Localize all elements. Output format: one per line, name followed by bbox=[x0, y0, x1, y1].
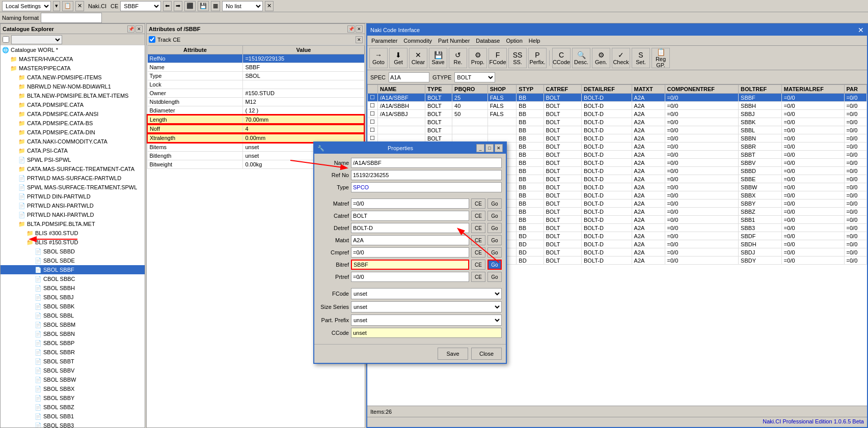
prop-go-catref[interactable]: Go bbox=[487, 211, 502, 221]
dialog-close-btn[interactable]: ✕ bbox=[495, 144, 503, 152]
tree-item-20[interactable]: 📁BLIS #300.STUD bbox=[1, 229, 145, 238]
tree-item-37[interactable]: 📄SBOL SBBX bbox=[1, 384, 145, 393]
tree-item-2[interactable]: 📁MASTER/PIPECATA bbox=[1, 64, 145, 73]
prop-ce-catref[interactable]: CE bbox=[471, 211, 485, 221]
naki-tool-check[interactable]: ✓Check bbox=[612, 48, 630, 68]
track-ce-close[interactable]: ✕ bbox=[356, 36, 363, 43]
naki-tool-prop[interactable]: ⚙Prop. bbox=[469, 48, 487, 68]
naki-row-1[interactable]: ☐/A1A/SBBHBOLT40FALSBBBOLTBOLT-DA2A=0/0S… bbox=[368, 102, 867, 110]
tree-item-5[interactable]: 📁BLTA.NEW-PDMSIPE.BLTA.MET-ITEMS bbox=[1, 91, 145, 100]
attr-row-3[interactable]: Lock bbox=[147, 80, 364, 89]
tree-item-0[interactable]: 🌐Catalogue WORL * bbox=[1, 45, 145, 54]
tree-item-7[interactable]: 📁CATA.PDMSIPE.CATA-ANSI bbox=[1, 109, 145, 119]
attributes-pin[interactable]: 📌 bbox=[347, 25, 355, 33]
attr-row-8[interactable]: Noff4 bbox=[147, 124, 364, 133]
tree-item-6[interactable]: 📁CATA.PDMSIPE.CATA bbox=[1, 100, 145, 109]
prop-input-refno[interactable] bbox=[351, 170, 502, 180]
naming-input[interactable] bbox=[41, 13, 102, 23]
naki-row-3[interactable]: ☐BOLTBBBOLTBOLT-DA2A=0/0SBBK=0/0=0/0 bbox=[368, 118, 867, 126]
prop-select-fcode[interactable]: unset bbox=[351, 288, 502, 299]
nav-copy1[interactable]: ⬛ bbox=[184, 1, 196, 11]
tree-item-11[interactable]: 📁CATA.PSI-CATA bbox=[1, 146, 145, 155]
catalogue-close[interactable]: ✕ bbox=[135, 25, 143, 33]
tree-item-39[interactable]: 📄SBOL SBBZ bbox=[1, 403, 145, 412]
naki-tool-reg gp[interactable]: 📋Reg GP. bbox=[652, 48, 670, 68]
prop-input-type[interactable] bbox=[351, 182, 502, 192]
prop-go-cmpref[interactable]: Go bbox=[487, 247, 502, 258]
tree-item-41[interactable]: 📄SBOL SBB3 bbox=[1, 421, 145, 427]
tree-item-13[interactable]: 📁CATA.MAS-SURFACE-TREATMENT-CATA bbox=[1, 164, 145, 174]
attr-row-1[interactable]: NameSBBF bbox=[147, 63, 364, 72]
filter-checkbox[interactable] bbox=[3, 36, 9, 43]
attributes-close[interactable]: ✕ bbox=[356, 25, 363, 33]
attr-row-6[interactable]: Bdiameter( 12 ) bbox=[147, 106, 364, 116]
naki-close[interactable]: ✕ bbox=[858, 26, 864, 34]
dialog-save-btn[interactable]: Save bbox=[438, 348, 468, 360]
nav-forward[interactable]: ➡ bbox=[174, 1, 182, 11]
filter-dropdown[interactable] bbox=[11, 35, 62, 44]
spec-input[interactable] bbox=[389, 72, 429, 82]
tree-item-30[interactable]: 📄SBOL SBBM bbox=[1, 320, 145, 329]
prop-select-sizeseries[interactable]: unset bbox=[351, 301, 502, 312]
tree-item-35[interactable]: 📄SBOL SBBV bbox=[1, 366, 145, 375]
prop-input-matref[interactable] bbox=[351, 198, 469, 209]
tree-item-22[interactable]: 📄SBOL SBBD bbox=[1, 247, 145, 256]
tree-item-29[interactable]: 📄SBOL SBBL bbox=[1, 311, 145, 320]
prop-input-matxt[interactable] bbox=[351, 235, 469, 245]
naki-row-4[interactable]: ☐BOLTBBBOLTBOLT-DA2A=0/0SBBL=0/0=0/0 bbox=[368, 126, 867, 134]
prop-input-catref[interactable] bbox=[351, 211, 469, 221]
tree-item-16[interactable]: 📄PRTWLD DIN-PARTWLD bbox=[1, 192, 145, 201]
dialog-maximize[interactable]: □ bbox=[485, 144, 494, 152]
menu-database[interactable]: Database bbox=[475, 38, 501, 44]
tree-item-14[interactable]: 📄PRTWLD MAS-SURFACE-PARTWLD bbox=[1, 174, 145, 183]
tree-item-32[interactable]: 📄SBOL SBBP bbox=[1, 338, 145, 348]
tree-item-4[interactable]: 📁NBRWLD NEW-NOM-BDIAWRL1 bbox=[1, 82, 145, 91]
nav-close[interactable]: ✕ bbox=[265, 1, 274, 11]
nav-grid[interactable]: ▦ bbox=[211, 1, 220, 11]
tree-item-33[interactable]: 📄SBOL SBBR bbox=[1, 348, 145, 357]
naki-tool-ss[interactable]: SSSS. bbox=[508, 48, 527, 68]
naki-tool-fcode[interactable]: FFCode bbox=[489, 48, 507, 68]
menu-option[interactable]: Option bbox=[505, 38, 523, 44]
attr-row-7[interactable]: Length70.00mm bbox=[147, 115, 364, 124]
settings-dropdown[interactable]: Local Settings bbox=[2, 1, 51, 11]
tree-item-12[interactable]: 📄SPWL PSI-SPWL bbox=[1, 155, 145, 164]
tree-container[interactable]: 🌐Catalogue WORL *📁MASTER/HVACCATA📁MASTER… bbox=[1, 45, 145, 427]
tree-item-17[interactable]: 📄PRTWLD ANSI-PARTWLD bbox=[1, 201, 145, 210]
nolist-dropdown[interactable]: No list bbox=[222, 1, 263, 11]
prop-ce-prtref[interactable]: CE bbox=[471, 272, 485, 282]
naki-row-2[interactable]: ☐/A1A/SBBJBOLT50FALSBBBOLTBOLT-DA2A=0/0S… bbox=[368, 110, 867, 118]
naki-tool-get[interactable]: ⬇Get bbox=[389, 48, 408, 68]
sbbf-dropdown[interactable]: SBBF bbox=[120, 1, 161, 11]
tree-item-27[interactable]: 📄SBOL SBBJ bbox=[1, 293, 145, 302]
prop-select-partprefix[interactable]: unset bbox=[351, 315, 502, 326]
tree-item-18[interactable]: 📄PRTWLD NAKI-PARTWLD bbox=[1, 210, 145, 219]
prop-go-detref[interactable]: Go bbox=[487, 223, 502, 233]
track-ce-checkbox[interactable] bbox=[149, 36, 155, 43]
tree-item-38[interactable]: 📄SBOL SBBY bbox=[1, 393, 145, 403]
tree-item-3[interactable]: 📁CATA.NEW-PDMSIPE-ITEMS bbox=[1, 73, 145, 82]
naki-tool-save[interactable]: 💾Save bbox=[429, 48, 447, 68]
prop-ce-matref[interactable]: CE bbox=[471, 198, 485, 209]
tree-item-21[interactable]: 📁BLIS #150.STUD bbox=[1, 238, 145, 247]
tree-item-24[interactable]: 📄SBOL SBBF bbox=[1, 265, 145, 274]
naki-tool-desc[interactable]: 🔍Desc. bbox=[572, 48, 590, 68]
prop-go-matxt[interactable]: Go bbox=[487, 235, 502, 245]
tree-item-25[interactable]: 📄CBOL SBBC bbox=[1, 274, 145, 283]
naki-tool-gen[interactable]: ⚙Gen. bbox=[592, 48, 610, 68]
attr-row-2[interactable]: TypeSBOL bbox=[147, 72, 364, 80]
toolbar-btn-1[interactable]: ▾ bbox=[53, 1, 60, 11]
prop-input-ccode[interactable] bbox=[351, 328, 502, 338]
prop-ce-matxt[interactable]: CE bbox=[471, 235, 485, 245]
tree-item-19[interactable]: 📁BLTA.PDMSIPE.BLTA.MET bbox=[1, 219, 145, 229]
prop-input-name[interactable] bbox=[351, 158, 502, 168]
toolbar-btn-2[interactable]: 📋 bbox=[62, 1, 73, 11]
prop-ce-detref[interactable]: CE bbox=[471, 223, 485, 233]
menu-parameter[interactable]: Parameter bbox=[370, 38, 398, 44]
tree-item-23[interactable]: 📄SBOL SBDE bbox=[1, 256, 145, 265]
naki-tool-set[interactable]: SSet. bbox=[632, 48, 650, 68]
naki-row-0[interactable]: ☐/A1A/SBBFBOLT25FALSBBBOLTBOLT-DA2A=0/0S… bbox=[368, 94, 867, 102]
prop-go-matref[interactable]: Go bbox=[487, 198, 502, 209]
naki-tool-clear[interactable]: ✕Clear bbox=[409, 48, 427, 68]
naki-tool-perfix[interactable]: PPerfix. bbox=[528, 48, 547, 68]
